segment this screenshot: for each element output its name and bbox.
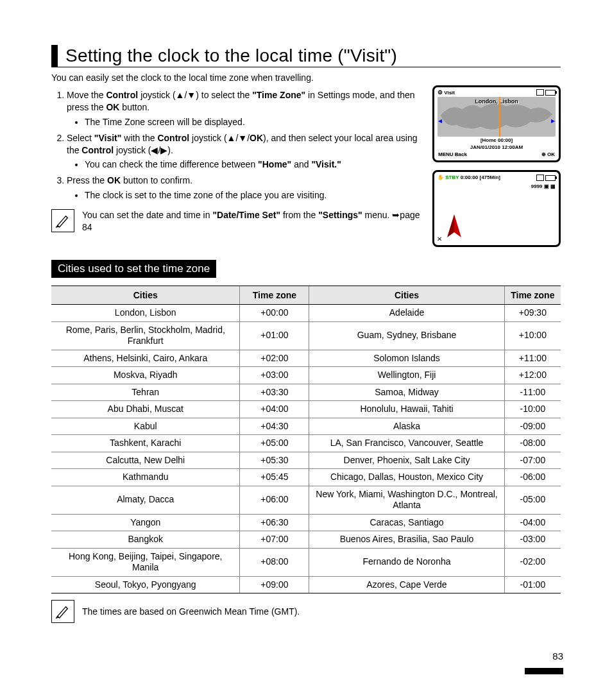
- step-text: joystick (▲/▼/: [189, 133, 250, 143]
- table-row: Calcutta, New Delhi+05:30Denver, Phoenix…: [51, 452, 561, 469]
- city-cell: Buenos Aires, Brasilia, Sao Paulo: [309, 531, 504, 549]
- photo-icon: ▣: [544, 184, 549, 189]
- city-cell: Kabul: [51, 418, 240, 435]
- step-3: Press the OK button to confirm. The cloc…: [67, 175, 425, 201]
- lcd-mode: Visit: [444, 90, 455, 96]
- table-row: Abu Dhabi, Muscat+04:00Honolulu, Hawaii,…: [51, 401, 561, 418]
- timezone-cell: +06:30: [240, 514, 309, 531]
- step-text: joystick (◀/▶).: [114, 145, 173, 155]
- battery-icon: [545, 175, 556, 181]
- city-cell: Azores, Cape Verde: [309, 576, 504, 593]
- city-cell: Almaty, Dacca: [51, 486, 240, 514]
- compass-icon: [443, 213, 465, 239]
- card-icon: [536, 175, 544, 181]
- svg-marker-0: [454, 214, 461, 237]
- note-2: The times are based on Greenwich Mean Ti…: [51, 600, 561, 623]
- step-text: Press the: [67, 175, 107, 185]
- th-tz-2: Time zone: [504, 286, 561, 305]
- city-cell: Fernando de Noronha: [309, 548, 504, 576]
- city-cell: Abu Dhabi, Muscat: [51, 401, 240, 418]
- lcd-counter-row: 9999 ▣ ▦: [434, 184, 559, 189]
- th-cities-2: Cities: [309, 286, 504, 305]
- city-cell: Tehran: [51, 384, 240, 401]
- ok-label: OK: [106, 102, 119, 112]
- control-label: Control: [106, 90, 138, 100]
- city-cell: Athens, Helsinki, Cairo, Ankara: [51, 350, 240, 367]
- city-cell: Hong Kong, Beijing, Taipei, Singapore, M…: [51, 548, 240, 576]
- city-cell: New York, Miami, Washington D.C., Montre…: [309, 486, 504, 514]
- nav-left-icon: ◀: [438, 118, 442, 124]
- control-label: Control: [81, 145, 114, 155]
- table-row: Kathmandu+05:45Chicago, Dallas, Houston,…: [51, 469, 561, 486]
- battery-icon: [545, 90, 556, 96]
- timezone-label: "Time Zone": [252, 90, 305, 100]
- timezone-cell: +06:00: [240, 486, 309, 514]
- timezone-cell: +05:30: [240, 452, 309, 469]
- control-label: Control: [157, 133, 189, 143]
- timezone-cell: -04:00: [504, 514, 561, 531]
- step-text: You can check the time difference betwee…: [85, 159, 258, 169]
- timezone-cell: +05:45: [240, 469, 309, 486]
- th-cities-1: Cities: [51, 286, 240, 305]
- city-cell: Caracas, Santiago: [309, 514, 504, 531]
- timezone-cell: +10:00: [504, 321, 561, 350]
- city-cell: LA, San Francisco, Vancouver, Seattle: [309, 435, 504, 452]
- city-cell: Samoa, Midway: [309, 384, 504, 401]
- lcd-timezone-screen: ⚙ Visit London, Lisbon ◀ ▶ [Home 00:00] …: [432, 85, 561, 162]
- city-cell: London, Lisbon: [51, 305, 240, 322]
- city-cell: Tashkent, Karachi: [51, 435, 240, 452]
- timezone-table: Cities Time zone Cities Time zone London…: [51, 286, 561, 593]
- timezone-cell: +08:00: [240, 548, 309, 576]
- timezone-cell: +09:00: [240, 576, 309, 593]
- lcd-city: London, Lisbon: [438, 98, 556, 105]
- step-1-bullet: The Time Zone screen will be displayed.: [85, 116, 425, 128]
- camera-icon: ✕: [437, 235, 442, 243]
- table-row: Seoul, Tokyo, Pyongyang+09:00Azores, Cap…: [51, 576, 561, 593]
- timezone-cell: -05:00: [504, 486, 561, 514]
- page-title-row: Setting the clock to the local time ("Vi…: [51, 45, 561, 67]
- timezone-cell: -10:00: [504, 401, 561, 418]
- page-title: Setting the clock to the local time ("Vi…: [65, 46, 397, 66]
- stby-label: STBY: [445, 175, 459, 180]
- note-icon: [51, 600, 74, 623]
- table-row: Kabul+04:30Alaska-09:00: [51, 418, 561, 435]
- remain-time: [475Min]: [479, 175, 500, 180]
- table-row: Tehran+03:30Samoa, Midway-11:00: [51, 384, 561, 401]
- timezone-cell: -01:00: [504, 576, 561, 593]
- city-cell: Adelaide: [309, 305, 504, 322]
- lcd-status-icons: [536, 89, 556, 96]
- timezone-cell: +05:00: [240, 435, 309, 452]
- meridian-line: [499, 97, 500, 137]
- city-cell: Bangkok: [51, 531, 240, 549]
- city-cell: Guam, Sydney, Brisbane: [309, 321, 504, 350]
- note-text-part: You can set the date and time in: [82, 210, 212, 220]
- page-tab: [525, 668, 563, 674]
- timezone-cell: +12:00: [504, 367, 561, 384]
- table-row: Hong Kong, Beijing, Taipei, Singapore, M…: [51, 548, 561, 576]
- lcd-stby-row: ✋ STBY 0:00:00 [475Min]: [438, 175, 500, 181]
- timezone-cell: -06:00: [504, 469, 561, 486]
- timezone-cell: +01:00: [240, 321, 309, 350]
- city-cell: Rome, Paris, Berlin, Stockholm, Madrid, …: [51, 321, 240, 350]
- city-cell: Denver, Phoenix, Salt Lake City: [309, 452, 504, 469]
- timezone-cell: -11:00: [504, 384, 561, 401]
- step-text: with the: [121, 133, 157, 143]
- table-row: Athens, Helsinki, Cairo, Ankara+02:00Sol…: [51, 350, 561, 367]
- nav-right-icon: ▶: [551, 118, 555, 124]
- timezone-cell: -09:00: [504, 418, 561, 435]
- timezone-cell: +04:00: [240, 401, 309, 418]
- note-1: You can set the date and time in "Date/T…: [51, 209, 425, 234]
- grid-icon: ▦: [550, 184, 556, 189]
- step-2-bullet: You can check the time difference betwee…: [85, 158, 425, 171]
- table-row: London, Lisbon+00:00Adelaide+09:30: [51, 305, 561, 322]
- step-text: button to confirm.: [121, 175, 192, 185]
- table-row: Almaty, Dacca+06:00New York, Miami, Wash…: [51, 486, 561, 514]
- table-row: Rome, Paris, Berlin, Stockholm, Madrid, …: [51, 321, 561, 350]
- city-cell: Honolulu, Hawaii, Tahiti: [309, 401, 504, 418]
- city-cell: Alaska: [309, 418, 504, 435]
- steps-list: Move the Control joystick (▲/▼) to selec…: [51, 89, 425, 201]
- timezone-cell: +04:30: [240, 418, 309, 435]
- svg-marker-1: [447, 214, 454, 237]
- intro-text: You can easily set the clock to the loca…: [51, 73, 561, 83]
- timezone-cell: +09:30: [504, 305, 561, 322]
